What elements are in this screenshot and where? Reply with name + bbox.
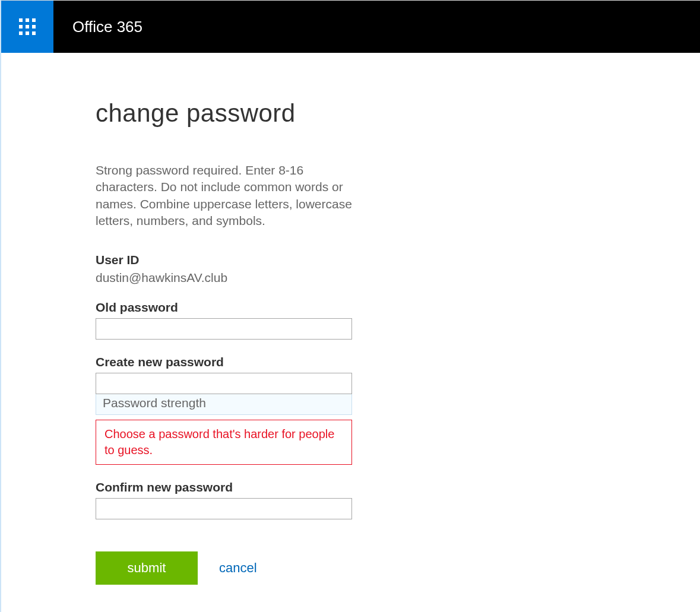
user-id-label: User ID bbox=[96, 253, 357, 267]
confirm-password-block: Confirm new password bbox=[96, 480, 357, 519]
user-id-block: User ID dustin@hawkinsAV.club bbox=[96, 253, 357, 285]
brand-label: Office 365 bbox=[72, 18, 142, 36]
user-id-value: dustin@hawkinsAV.club bbox=[96, 271, 227, 284]
submit-button[interactable]: submit bbox=[96, 551, 198, 585]
old-password-block: Old password bbox=[96, 300, 357, 340]
main-content: change password Strong password required… bbox=[1, 53, 357, 585]
password-strength-indicator: Password strength bbox=[96, 394, 352, 415]
cancel-link[interactable]: cancel bbox=[219, 560, 257, 576]
confirm-password-label: Confirm new password bbox=[96, 480, 357, 494]
form-actions: submit cancel bbox=[96, 551, 357, 585]
new-password-block: Create new password Password strength Ch… bbox=[96, 355, 357, 465]
top-navigation-bar: Office 365 bbox=[1, 1, 700, 53]
password-error-message: Choose a password that's harder for peop… bbox=[96, 420, 352, 465]
page-title: change password bbox=[96, 99, 357, 128]
new-password-input[interactable] bbox=[96, 373, 352, 394]
app-launcher-button[interactable] bbox=[1, 1, 53, 53]
new-password-label: Create new password bbox=[96, 355, 357, 369]
confirm-password-input[interactable] bbox=[96, 498, 352, 519]
old-password-label: Old password bbox=[96, 300, 357, 315]
password-instructions: Strong password required. Enter 8-16 cha… bbox=[96, 162, 357, 229]
waffle-icon bbox=[19, 18, 36, 35]
old-password-input[interactable] bbox=[96, 318, 352, 340]
